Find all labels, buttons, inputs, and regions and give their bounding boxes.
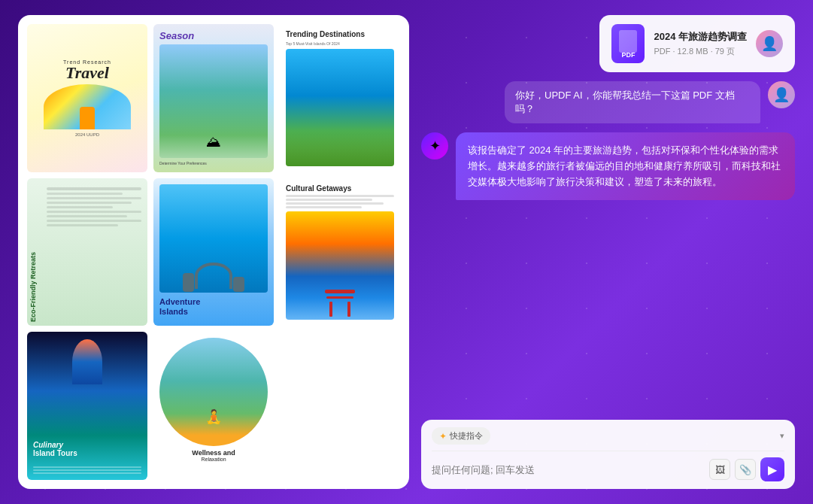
star-icon: ✦: [439, 431, 447, 442]
quick-command-button[interactable]: ✦ 快捷指令: [432, 427, 490, 445]
input-row: 🖼 📎 ▶: [432, 457, 784, 481]
pdf-page-2[interactable]: Season Determine Your Preferences: [153, 24, 274, 172]
pdf-panel: Trend Research Travel 2024 UUPD Season D…: [18, 15, 409, 489]
page7-lines: [33, 466, 141, 474]
page8-subtitle: Relaxation: [159, 457, 268, 462]
send-button[interactable]: ▶: [760, 457, 784, 481]
pdf-page-6[interactable]: Cultural Getaways: [280, 178, 400, 326]
file-info: 2024 年旅游趋势调查 PDF · 12.8 MB · 79 页: [654, 30, 747, 57]
page8-circle-image: [159, 338, 268, 446]
input-area: ✦ 快捷指令 ▾ 🖼 📎 ▶: [421, 420, 795, 489]
image-attach-button[interactable]: 🖼: [709, 459, 730, 480]
chat-input[interactable]: [432, 464, 703, 475]
pdf-page-1[interactable]: Trend Research Travel 2024 UUPD: [27, 24, 147, 172]
pdf-page-7[interactable]: Culinary Island Tours: [27, 332, 147, 480]
pdf-page-4[interactable]: Eco-Friendly Retreats: [27, 178, 147, 326]
page2-image: [159, 44, 268, 158]
page7-title: Culinary Island Tours: [33, 441, 141, 457]
pdf-file-icon: PDF: [611, 24, 645, 63]
user-bubble: 你好，UPDF AI，你能帮我总结一下这篇 PDF 文档吗？: [505, 81, 760, 123]
page3-subtitle: Top 5 Must-Visit Islands Of 2024: [286, 41, 394, 46]
pdf-format-label: PDF: [621, 51, 635, 59]
chat-panel: PDF 2024 年旅游趋势调查 PDF · 12.8 MB · 79 页 👤 …: [421, 15, 795, 489]
pdf-page-5[interactable]: Adventure Islands: [153, 178, 274, 326]
file-name: 2024 年旅游趋势调查: [654, 30, 747, 44]
page3-title: Trending Destinations: [286, 30, 394, 39]
rock-arch-icon: [195, 263, 232, 289]
pdf-page-8[interactable]: Wellness and Relaxation: [153, 332, 274, 480]
page6-image: [286, 211, 394, 320]
input-toolbar: ✦ 快捷指令 ▾: [432, 427, 784, 451]
user-avatar-file: 👤: [756, 30, 783, 57]
user-message: 你好，UPDF AI，你能帮我总结一下这篇 PDF 文档吗？ 👤: [421, 81, 795, 123]
page4-content: [33, 187, 141, 226]
file-attach-button[interactable]: 📎: [735, 459, 756, 480]
ai-avatar-icon: ✦: [421, 132, 448, 159]
page2-text: Determine Your Preferences: [159, 161, 268, 166]
page6-title: Cultural Getaways: [286, 184, 394, 193]
file-meta: PDF · 12.8 MB · 79 页: [654, 46, 747, 57]
main-container: Trend Research Travel 2024 UUPD Season D…: [0, 0, 813, 504]
ai-message: ✦ 该报告确定了 2024 年的主要旅游趋势，包括对环保和个性化体验的需求增长。…: [421, 132, 795, 200]
page6-lines: [286, 195, 394, 208]
page5-image: [159, 184, 268, 293]
user-avatar-msg: 👤: [768, 81, 795, 108]
input-actions: 🖼 📎 ▶: [709, 457, 784, 481]
pdf-doc-shape: [619, 30, 637, 53]
page3-image: [286, 49, 394, 166]
quick-command-label: 快捷指令: [450, 430, 483, 442]
page1-image: [44, 84, 130, 129]
pdf-grid: Trend Research Travel 2024 UUPD Season D…: [27, 24, 400, 480]
torii-gate-icon: [325, 290, 355, 316]
page5-title: Adventure Islands: [159, 297, 268, 317]
page1-travel-label: Travel: [65, 65, 109, 81]
ai-bubble: 该报告确定了 2024 年的主要旅游趋势，包括对环保和个性化体验的需求增长。越来…: [456, 132, 795, 200]
page8-title: Wellness and: [159, 449, 268, 457]
page7-person: [72, 339, 102, 384]
pdf-page-3[interactable]: Trending Destinations Top 5 Must-Visit I…: [280, 24, 400, 172]
page2-title: Season: [159, 30, 268, 41]
file-attachment[interactable]: PDF 2024 年旅游趋势调查 PDF · 12.8 MB · 79 页 👤: [599, 15, 795, 72]
page4-title: Eco-Friendly Retreats: [29, 252, 37, 322]
page1-year: 2024 UUPD: [75, 132, 99, 137]
toolbar-dropdown[interactable]: ▾: [780, 431, 784, 441]
